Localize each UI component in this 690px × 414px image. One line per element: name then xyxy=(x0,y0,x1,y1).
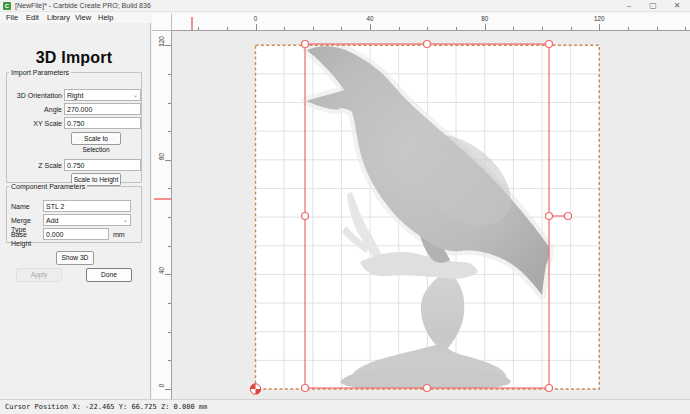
handle-top-middle[interactable] xyxy=(424,41,431,48)
ruler-label: 80 xyxy=(481,15,488,22)
component-parameters-group: Component Parameters Name Merge Type Add… xyxy=(6,183,142,243)
handle-middle-left[interactable] xyxy=(302,213,309,220)
ruler-tick xyxy=(513,27,514,31)
ruler-tick xyxy=(227,27,228,31)
ruler-tick xyxy=(313,27,314,31)
component-parameters-label: Component Parameters xyxy=(9,183,87,190)
xy-scale-label: XY Scale xyxy=(7,119,62,128)
titlebar: C [NewFile]* - Carbide Create PRO; Build… xyxy=(0,0,690,12)
merge-type-value: Add xyxy=(46,217,58,224)
handle-bottom-left[interactable] xyxy=(302,385,309,392)
ruler-tick xyxy=(685,27,686,31)
ruler-tick xyxy=(456,27,457,31)
app-icon: C xyxy=(3,2,11,10)
ruler-tick xyxy=(542,27,543,31)
ruler-label: 0 xyxy=(254,15,258,22)
origin-marker[interactable] xyxy=(250,384,260,394)
ruler-tick xyxy=(168,103,172,104)
handle-top-right[interactable] xyxy=(546,41,553,48)
base-height-label: Base Height xyxy=(11,230,45,248)
ruler-label: 120 xyxy=(158,35,165,49)
ruler-tick xyxy=(571,27,572,31)
handle-middle-right[interactable] xyxy=(546,213,553,220)
orientation-select[interactable]: Right ⌄ xyxy=(64,89,141,101)
xy-scale-input[interactable] xyxy=(64,117,141,129)
ruler-tick xyxy=(657,27,658,31)
done-button[interactable]: Done xyxy=(86,268,132,282)
z-scale-label: Z Scale xyxy=(7,161,62,170)
ruler-label: 0 xyxy=(158,379,165,393)
ruler-tick xyxy=(168,332,172,333)
window-title: [NewFile]* - Carbide Create PRO; Build 8… xyxy=(15,2,151,9)
orientation-label: 3D Orientation xyxy=(7,91,62,100)
base-height-unit: mm xyxy=(113,230,133,239)
ruler-horizontal: 04080120 xyxy=(152,14,690,31)
ruler-tick xyxy=(168,360,172,361)
maximize-button[interactable]: ▢ xyxy=(642,0,664,12)
ruler-tick xyxy=(168,217,172,218)
cursor-marker-x xyxy=(191,17,193,30)
menu-item-edit[interactable]: Edit xyxy=(23,12,42,23)
cursor-position-readout: Cursor Position X: -22.465 Y: 66.725 Z: … xyxy=(5,403,207,411)
merge-type-select[interactable]: Add ⌄ xyxy=(43,214,131,226)
name-label: Name xyxy=(11,202,43,211)
angle-input[interactable] xyxy=(64,103,141,115)
ruler-tick xyxy=(165,160,171,161)
ruler-tick xyxy=(341,27,342,31)
show-3d-button[interactable]: Show 3D xyxy=(56,251,94,265)
ruler-corner xyxy=(152,14,172,31)
import-parameters-label: Import Parameters xyxy=(9,69,71,76)
page-title: 3D Import xyxy=(0,49,148,67)
ruler-label: 120 xyxy=(594,15,605,22)
handle-top-left[interactable] xyxy=(302,41,309,48)
scale-to-selection-button[interactable]: Scale to Selection xyxy=(71,132,121,145)
import-parameters-group: Import Parameters 3D Orientation Right ⌄… xyxy=(6,69,142,183)
minimize-button[interactable]: – xyxy=(618,0,640,12)
orientation-value: Right xyxy=(67,92,83,99)
ruler-tick xyxy=(399,27,400,31)
menu-item-file[interactable]: File xyxy=(3,12,21,23)
ruler-vertical: 04080120 xyxy=(152,31,172,399)
cursor-marker-y xyxy=(154,198,171,200)
ruler-tick xyxy=(165,45,171,46)
ruler-tick xyxy=(168,188,172,189)
name-input[interactable] xyxy=(43,200,131,212)
rotate-handle[interactable] xyxy=(565,213,572,220)
ruler-label: 40 xyxy=(158,264,165,278)
chevron-down-icon: ⌄ xyxy=(133,90,138,100)
3d-import-panel: 3D Import Import Parameters 3D Orientati… xyxy=(0,23,151,400)
close-button[interactable]: ✕ xyxy=(666,0,688,12)
ruler-tick xyxy=(168,303,172,304)
handle-bottom-right[interactable] xyxy=(546,385,553,392)
base-height-input[interactable] xyxy=(43,228,109,240)
chevron-down-icon: ⌄ xyxy=(123,215,128,225)
design-canvas[interactable] xyxy=(172,31,690,399)
ruler-label: 80 xyxy=(158,149,165,163)
angle-label: Angle xyxy=(7,105,62,114)
menu-item-view[interactable]: View xyxy=(72,12,94,23)
ruler-tick xyxy=(165,274,171,275)
ruler-tick xyxy=(599,24,600,30)
apply-button[interactable]: Apply xyxy=(16,268,62,282)
ruler-tick xyxy=(628,27,629,31)
application-window: C [NewFile]* - Carbide Create PRO; Build… xyxy=(0,0,690,414)
ruler-tick xyxy=(427,27,428,31)
status-bar: Cursor Position X: -22.465 Y: 66.725 Z: … xyxy=(0,399,690,414)
menu-item-help[interactable]: Help xyxy=(95,12,116,23)
ruler-tick xyxy=(168,246,172,247)
ruler-tick xyxy=(284,27,285,31)
ruler-tick xyxy=(168,74,172,75)
z-scale-input[interactable] xyxy=(64,159,141,171)
ruler-tick xyxy=(165,389,171,390)
ruler-label: 40 xyxy=(367,15,374,22)
ruler-tick xyxy=(370,24,371,30)
ruler-tick xyxy=(168,131,172,132)
handle-bottom-middle[interactable] xyxy=(424,385,431,392)
ruler-tick xyxy=(256,24,257,30)
ruler-tick xyxy=(198,27,199,31)
menu-item-library[interactable]: Library xyxy=(44,12,73,23)
ruler-tick xyxy=(485,24,486,30)
